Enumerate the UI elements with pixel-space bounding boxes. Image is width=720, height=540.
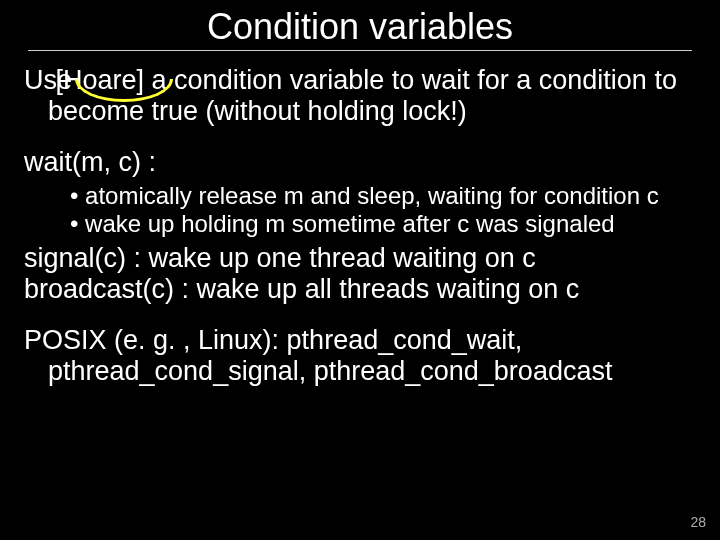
intro-hoare: [Hoare] — [56, 65, 145, 95]
wait-bullet-2: wake up holding m sometime after c was s… — [70, 210, 696, 238]
posix-line: POSIX (e. g. , Linux): pthread_cond_wait… — [24, 325, 696, 387]
intro-paragraph: Use [Hoare] a condition variable to wait… — [24, 65, 696, 127]
slide-body: Use [Hoare] a condition variable to wait… — [0, 65, 720, 388]
broadcast-line: broadcast(c) : wake up all threads waiti… — [24, 274, 696, 305]
wait-heading: wait(m, c) : — [24, 147, 696, 178]
slide: Condition variables Use [Hoare] a condit… — [0, 0, 720, 540]
signal-line: signal(c) : wake up one thread waiting o… — [24, 243, 696, 274]
title-underline — [28, 50, 692, 51]
slide-title: Condition variables — [0, 0, 720, 50]
hoare-highlight: [Hoare] — [80, 65, 145, 96]
wait-bullets: atomically release m and sleep, waiting … — [24, 182, 696, 237]
wait-bullet-1: atomically release m and sleep, waiting … — [70, 182, 696, 210]
page-number: 28 — [690, 514, 706, 530]
